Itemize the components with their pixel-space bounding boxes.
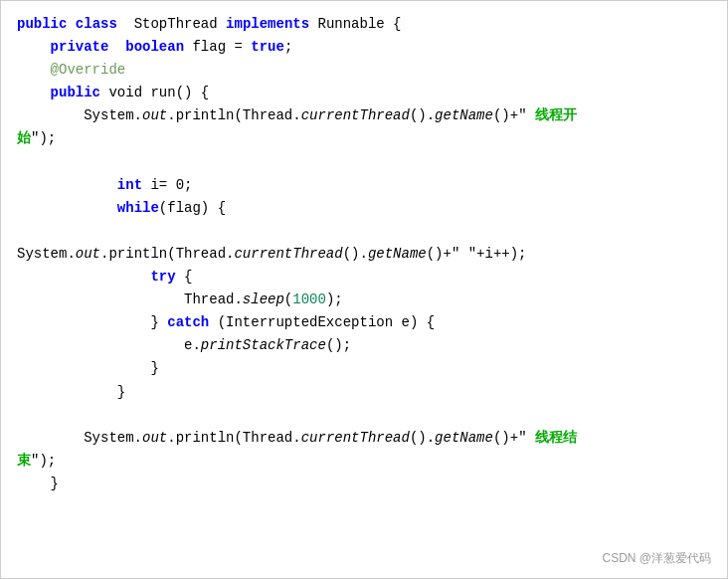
string-start: 线程开 bbox=[535, 107, 577, 123]
method-out3: out bbox=[142, 430, 167, 446]
string-end2: 线程结 bbox=[535, 430, 577, 446]
try-open: { bbox=[176, 269, 193, 285]
keyword-public2: public bbox=[51, 85, 100, 100]
code-line-20: 束"); bbox=[17, 450, 711, 473]
catch-clause: (InterruptedException e) { bbox=[209, 314, 435, 330]
method-currentThread3: currentThread bbox=[301, 430, 410, 446]
code-line-12: try { bbox=[17, 266, 711, 289]
code-line-21: } bbox=[17, 473, 711, 495]
method-currentThread2: currentThread bbox=[234, 246, 342, 262]
keyword-private: private bbox=[51, 39, 109, 55]
var-i: i= 0; bbox=[142, 177, 192, 193]
keyword-catch: catch bbox=[167, 314, 209, 330]
void-run: void run() { bbox=[100, 85, 209, 100]
code-line-10 bbox=[17, 220, 711, 243]
code-line-17: } bbox=[17, 381, 711, 404]
method-printStackTrace: printStackTrace bbox=[201, 337, 326, 353]
field-decl: flag = bbox=[184, 39, 251, 55]
keyword-public: public bbox=[17, 16, 67, 32]
while-cond: (flag) { bbox=[159, 200, 226, 216]
code-line-5: System.out.println(Thread.currentThread(… bbox=[17, 104, 711, 127]
keyword-try: try bbox=[150, 269, 175, 285]
code-line-15: e.printStackTrace(); bbox=[17, 334, 711, 357]
code-line-2: private boolean flag = true; bbox=[17, 36, 711, 59]
code-line-19: System.out.println(Thread.currentThread(… bbox=[17, 427, 711, 450]
code-line-1: public class StopThread implements Runna… bbox=[17, 13, 711, 36]
code-line-7 bbox=[17, 151, 711, 174]
watermark: CSDN @洋葱爱代码 bbox=[602, 549, 711, 568]
method-out2: out bbox=[76, 246, 100, 262]
keyword-true: true bbox=[251, 39, 284, 55]
string-end: 始 bbox=[17, 130, 31, 146]
method-getName2: getName bbox=[368, 246, 427, 262]
method-currentThread: currentThread bbox=[301, 107, 410, 123]
method-getName3: getName bbox=[435, 430, 493, 446]
string-end3: 束 bbox=[17, 453, 31, 469]
code-line-6: 始"); bbox=[17, 127, 711, 150]
code-line-16: } bbox=[17, 357, 711, 380]
classname: StopThread bbox=[125, 16, 226, 32]
keyword-boolean: boolean bbox=[117, 39, 184, 55]
code-line-18 bbox=[17, 404, 711, 427]
keyword-int: int bbox=[117, 177, 142, 193]
interface-name: Runnable { bbox=[309, 16, 401, 32]
keyword-class: class bbox=[76, 16, 117, 32]
method-out: out bbox=[142, 107, 167, 123]
number-1000: 1000 bbox=[292, 291, 326, 307]
code-line-8: int i= 0; bbox=[17, 174, 711, 197]
code-line-4: public void run() { bbox=[17, 82, 711, 104]
keyword-implements: implements bbox=[226, 16, 309, 32]
code-line-11: System.out.println(Thread.currentThread(… bbox=[17, 243, 711, 266]
semicolon: ; bbox=[284, 39, 292, 55]
method-getName: getName bbox=[435, 107, 493, 123]
code-line-3: @Override bbox=[17, 59, 711, 82]
code-line-9: while(flag) { bbox=[17, 197, 711, 220]
code-line-14: } catch (InterruptedException e) { bbox=[17, 311, 711, 334]
annotation-override: @Override bbox=[51, 62, 126, 78]
code-line-13: Thread.sleep(1000); bbox=[17, 289, 711, 311]
method-sleep: sleep bbox=[243, 291, 284, 307]
code-block: public class StopThread implements Runna… bbox=[0, 0, 728, 579]
keyword-while: while bbox=[117, 200, 159, 216]
